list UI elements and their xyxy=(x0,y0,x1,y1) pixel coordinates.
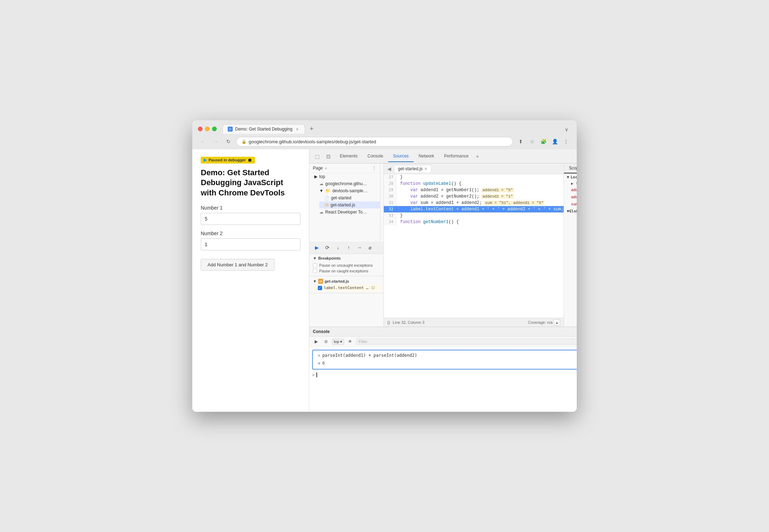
step-into-btn[interactable]: ↓ xyxy=(334,244,342,251)
code-line-29: 29 var addend1 = getNumber1();addend1 = … xyxy=(384,187,564,193)
step-over-btn[interactable]: ⟳ xyxy=(323,244,331,251)
editor-file-tab[interactable]: get-started.js ✕ xyxy=(394,165,431,172)
editor-tabs: ◀ get-started.js ✕ xyxy=(384,164,564,174)
submit-button[interactable]: Add Number 1 and Number 2 xyxy=(201,259,275,271)
close-button[interactable] xyxy=(198,127,203,131)
scope-global-header[interactable]: ▼ Global Window xyxy=(564,208,577,215)
tree-item-label-googlechrome: googlechrome.githu… xyxy=(325,181,367,186)
file-tree-menu[interactable]: ⋮ xyxy=(372,166,376,171)
bookmark-button[interactable]: ☆ xyxy=(527,137,537,146)
fbp-arrow: ▼ xyxy=(313,279,317,283)
tab-scope[interactable]: Scope xyxy=(564,164,577,173)
line-num-34: 34 xyxy=(384,219,397,225)
coverage-text: Coverage: n/a xyxy=(528,320,553,325)
scope-this-arrow: ▶ xyxy=(571,181,574,186)
share-button[interactable]: ⬆ xyxy=(516,137,526,146)
tree-item-label-get-started: get-started xyxy=(331,195,351,200)
debugger-badge: ▶ Paused in debugger ⏺ xyxy=(201,157,255,164)
tab-performance[interactable]: Performance xyxy=(439,151,474,162)
bp-uncaught-label: Pause on uncaught exceptions xyxy=(319,263,372,267)
reload-button[interactable]: ↻ xyxy=(223,137,233,146)
console-cursor xyxy=(316,372,317,377)
scope-local-header[interactable]: ▼ Local xyxy=(564,174,577,181)
console-eye-btn[interactable]: 👁 xyxy=(346,338,354,345)
tab-list-button[interactable]: ∨ xyxy=(562,125,571,134)
scope-local-label: Local xyxy=(571,175,577,179)
scope-content: ▼ Local ▶ this: Window addend1: "5" xyxy=(564,174,577,327)
devtools-select-element[interactable]: ⬚ xyxy=(312,151,322,161)
code-line-31: 31 var sum = addend1 + addend2;sum = "51… xyxy=(384,200,564,206)
scope-global-label: Global xyxy=(569,209,577,214)
tree-item-devtools[interactable]: ▼ 📁 devtools-sample… xyxy=(314,187,380,194)
breakpoints-arrow: ▼ xyxy=(313,256,317,260)
fbp-entry[interactable]: ✓ label.textContent = addend1 + ' … 32 xyxy=(313,285,380,291)
console-filter-input[interactable]: Filter xyxy=(356,338,577,345)
line-content-30: var addend2 = getNumber2();addend2 = "1" xyxy=(397,193,564,200)
more-tabs-button[interactable]: » xyxy=(474,153,482,160)
editor-coverage: Coverage: n/a ▲ xyxy=(528,319,560,326)
line-num-28: 28 xyxy=(384,181,397,187)
devtools-tabs: Elements Console Sources Network Perform… xyxy=(335,151,577,162)
address-field[interactable]: 🔒 googlechrome.github.io/devtools-sample… xyxy=(236,137,513,146)
bp-pause-uncaught[interactable]: Pause on uncaught exceptions xyxy=(313,262,380,268)
scope-addend1: addend1: "5" xyxy=(564,187,577,194)
tree-item-top[interactable]: ▶ top xyxy=(309,173,380,180)
number1-input[interactable] xyxy=(201,213,300,225)
fbp-header[interactable]: ▼ JS get-started.js xyxy=(313,278,380,285)
editor-tab-close[interactable]: ✕ xyxy=(424,167,427,171)
traffic-lights xyxy=(198,127,217,131)
maximize-button[interactable] xyxy=(212,127,217,131)
resume-btn[interactable]: ▶ xyxy=(313,244,321,251)
console-input-line[interactable]: > xyxy=(309,371,577,379)
bp-caught-checkbox[interactable] xyxy=(313,269,317,273)
tab-console[interactable]: Console xyxy=(363,151,388,162)
breakpoints-header[interactable]: ▼ Breakpoints xyxy=(313,256,380,260)
tab-network[interactable]: Network xyxy=(414,151,439,162)
line-content-32: label.textContent = addend1 + ' + ' + ad… xyxy=(397,206,564,212)
cloud-icon-react: ☁ xyxy=(319,210,323,215)
scope-this-key: this: xyxy=(576,181,577,186)
forward-button[interactable]: → xyxy=(211,137,221,146)
deactivate-btn[interactable]: ⌀ xyxy=(366,244,374,251)
minimize-button[interactable] xyxy=(205,127,210,131)
profile-button[interactable]: 👤 xyxy=(550,137,560,146)
step-btn[interactable]: → xyxy=(355,244,363,251)
coverage-toggle[interactable]: ▲ xyxy=(554,319,560,326)
back-button[interactable]: ← xyxy=(198,137,208,146)
new-tab-button[interactable]: + xyxy=(306,124,316,134)
breakpoints-label: Breakpoints xyxy=(318,256,341,260)
editor-line-col: Line 32, Column 3 xyxy=(393,320,424,325)
tree-item-react[interactable]: ☁ React Developer To… xyxy=(314,209,380,216)
tree-item-get-started-js[interactable]: JS get-started.js xyxy=(319,201,380,209)
active-tab[interactable]: D Demo: Get Started Debugging ✕ xyxy=(222,124,305,134)
tab-close-button[interactable]: ✕ xyxy=(295,127,300,132)
page-tab[interactable]: Page xyxy=(313,166,323,171)
console-entry-input: > parseInt(addend1) + parseInt(addend2) xyxy=(315,352,577,360)
file-tree-more[interactable]: » xyxy=(325,166,327,170)
console-run-btn[interactable]: ▶ xyxy=(312,338,320,345)
devtools-panel: ⬚ ⊡ Elements Console Sources Network Per… xyxy=(309,149,577,412)
tree-item-get-started[interactable]: 📄 get-started xyxy=(319,194,380,201)
file-tree: Page » ⋮ ▶ top ☁ googlechrome.githu… xyxy=(309,164,380,242)
editor-tab-prev[interactable]: ◀ xyxy=(386,166,393,172)
console-label: Console xyxy=(313,329,330,334)
devtools-device-toolbar[interactable]: ⊡ xyxy=(323,151,333,161)
code-area[interactable]: 27 } 28 function updateLabel() { 29 var … xyxy=(384,174,564,318)
bp-uncaught-checkbox[interactable] xyxy=(313,263,317,267)
file-tree-header: Page » ⋮ xyxy=(309,164,380,173)
extensions-button[interactable]: 🧩 xyxy=(538,137,548,146)
fbp-line-num: 32 xyxy=(371,286,375,290)
tree-arrow-devtools: ▼ xyxy=(319,188,323,193)
tab-sources[interactable]: Sources xyxy=(388,151,414,162)
breakpoints-section: ▼ Breakpoints Pause on uncaught exceptio… xyxy=(309,254,383,276)
tree-item-googlechrome[interactable]: ☁ googlechrome.githu… xyxy=(314,180,380,187)
console-context-select[interactable]: top ▾ xyxy=(332,339,344,345)
tab-elements[interactable]: Elements xyxy=(335,151,363,162)
step-out-btn[interactable]: ↑ xyxy=(345,244,353,251)
menu-button[interactable]: ⋮ xyxy=(561,137,571,146)
bp-caught-label: Pause on caught exceptions xyxy=(319,269,368,273)
line-num-32: 32 xyxy=(384,206,397,212)
number2-input[interactable] xyxy=(201,238,300,250)
bp-pause-caught[interactable]: Pause on caught exceptions xyxy=(313,268,380,274)
console-block-btn[interactable]: ⊘ xyxy=(322,338,330,345)
